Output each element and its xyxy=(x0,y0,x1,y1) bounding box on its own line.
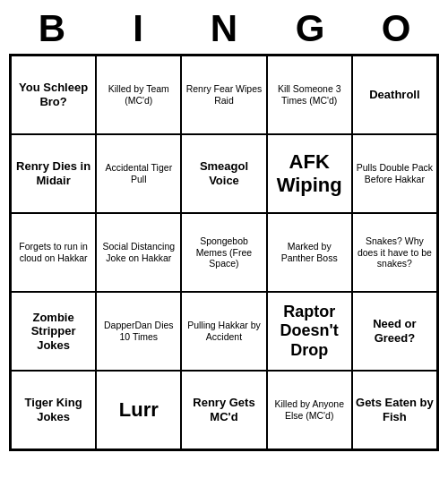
bingo-cell-11: Social Distancing Joke on Hakkar xyxy=(96,213,181,292)
bingo-cell-5: Renry Dies in Midair xyxy=(11,134,96,213)
bingo-cell-15: Zombie Stripper Jokes xyxy=(11,292,96,371)
bingo-cell-7: Smeagol Voice xyxy=(181,134,266,213)
bingo-grid: You Schleep Bro?Killed by Team (MC'd)Ren… xyxy=(9,54,439,451)
bingo-cell-8: AFK Wiping xyxy=(267,134,352,213)
letter-n: N xyxy=(188,7,260,50)
bingo-cell-24: Gets Eaten by Fish xyxy=(352,371,437,449)
bingo-cell-1: Killed by Team (MC'd) xyxy=(96,56,181,134)
bingo-cell-0: You Schleep Bro? xyxy=(11,56,96,134)
bingo-cell-17: Pulling Hakkar by Accident xyxy=(181,292,266,371)
bingo-cell-22: Renry Gets MC'd xyxy=(181,371,266,449)
bingo-cell-12: Spongebob Memes (Free Space) xyxy=(181,213,266,292)
bingo-cell-19: Need or Greed? xyxy=(352,292,437,371)
bingo-cell-3: Kill Someone 3 Times (MC'd) xyxy=(267,56,352,134)
bingo-title: B I N G O xyxy=(9,0,439,54)
letter-g: G xyxy=(274,7,346,50)
bingo-cell-21: Lurr xyxy=(96,371,181,449)
bingo-cell-6: Accidental Tiger Pull xyxy=(96,134,181,213)
bingo-cell-2: Renry Fear Wipes Raid xyxy=(181,56,266,134)
bingo-cell-23: Killed by Anyone Else (MC'd) xyxy=(267,371,352,449)
bingo-cell-4: Deathroll xyxy=(352,56,437,134)
letter-b: B xyxy=(16,7,88,50)
bingo-cell-9: Pulls Double Pack Before Hakkar xyxy=(352,134,437,213)
letter-i: I xyxy=(102,7,174,50)
bingo-cell-20: Tiger King Jokes xyxy=(11,371,96,449)
bingo-cell-10: Forgets to run in cloud on Hakkar xyxy=(11,213,96,292)
bingo-cell-16: DapperDan Dies 10 Times xyxy=(96,292,181,371)
letter-o: O xyxy=(360,7,432,50)
bingo-cell-14: Snakes? Why does it have to be snakes? xyxy=(352,213,437,292)
bingo-cell-18: Raptor Doesn't Drop xyxy=(267,292,352,371)
bingo-cell-13: Marked by Panther Boss xyxy=(267,213,352,292)
